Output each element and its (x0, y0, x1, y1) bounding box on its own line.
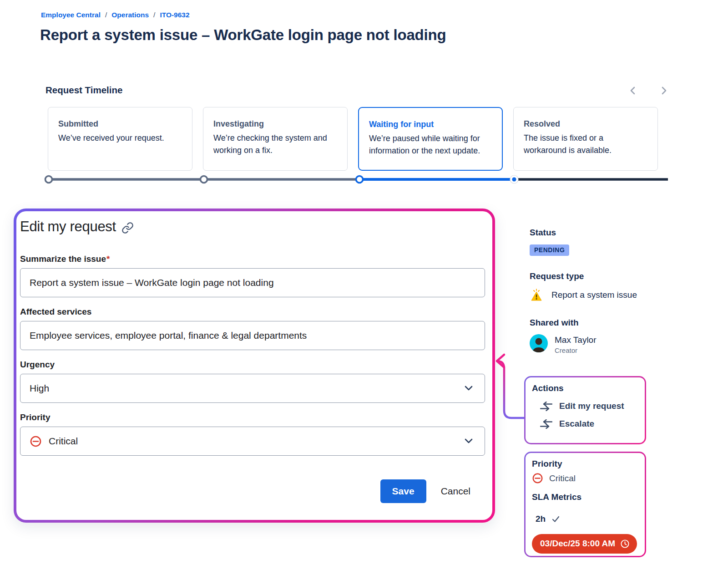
breadcrumb: Employee Central / Operations / ITO-9632 (41, 11, 190, 19)
breadcrumb-operations[interactable]: Operations (111, 11, 149, 19)
breadcrumb-employee-central[interactable]: Employee Central (41, 11, 101, 19)
summary-label: Summarize the issue* (20, 254, 485, 264)
sla-metrics-heading: SLA Metrics (532, 492, 638, 502)
urgency-label: Urgency (20, 360, 485, 370)
request-type-section: Request type Report a system issue (530, 271, 637, 302)
step-title: Waiting for input (369, 120, 492, 129)
actions-panel: Actions Edit my request Escalat (524, 376, 646, 444)
step-description: The issue is fixed or a workaround is av… (524, 132, 647, 157)
affected-services-label: Affected services (20, 307, 485, 317)
priority-value: Critical (49, 436, 78, 447)
request-portal-page: Employee Central / Operations / ITO-9632… (0, 0, 728, 575)
step-title: Resolved (524, 119, 647, 129)
timeline-heading: Request Timeline (46, 85, 122, 96)
sla-time: 2h (536, 514, 546, 524)
step-description: We’re checking the system and working on… (213, 132, 337, 157)
shared-with-heading: Shared with (530, 318, 597, 328)
swap-arrows-icon (540, 402, 552, 411)
swap-arrows-icon (540, 419, 552, 429)
breadcrumb-ticket-id[interactable]: ITO-9632 (160, 11, 189, 19)
page-title: Report a system issue – WorkGate login p… (40, 26, 446, 44)
timeline-step-submitted: Submitted We’ve received your request. (48, 107, 192, 171)
breadcrumb-separator: / (153, 11, 155, 19)
avatar (530, 334, 548, 352)
action-label: Edit my request (559, 401, 624, 411)
priority-panel: Priority Critical SLA Metrics 2h 03/Dec/ (524, 452, 646, 557)
shared-user-role: Creator (555, 346, 597, 354)
summary-input[interactable] (20, 268, 485, 297)
chevron-right-icon (659, 85, 668, 96)
action-escalate[interactable]: Escalate (540, 419, 638, 429)
priority-select[interactable]: Critical (20, 427, 485, 456)
save-button[interactable]: Save (380, 479, 426, 503)
status-badge: PENDING (530, 244, 569, 256)
step-description: We’re paused while waiting for informati… (369, 132, 492, 157)
status-heading: Status (530, 228, 569, 238)
copy-link-button[interactable] (121, 220, 134, 234)
step-description: We’ve received your request. (58, 132, 182, 144)
affected-services-input[interactable] (20, 321, 485, 350)
chevron-left-icon (628, 85, 637, 96)
edit-request-heading: Edit my request (20, 219, 116, 235)
request-type-heading: Request type (530, 271, 637, 281)
chevron-down-icon (464, 385, 474, 392)
edit-request-panel: Edit my request Summarize the issue* Aff… (14, 209, 495, 523)
timeline-progress-track (0, 173, 728, 187)
step-title: Submitted (58, 119, 182, 129)
timeline-step-waiting-for-input: Waiting for input We’re paused while wai… (358, 107, 503, 171)
shared-user-name: Max Taylor (555, 334, 597, 345)
priority-label: Priority (20, 412, 485, 422)
chevron-down-icon (464, 438, 474, 444)
timeline-step-investigating: Investigating We’re checking the system … (203, 107, 348, 171)
sla-due-badge: 03/Dec/25 8:00 AM (532, 534, 637, 554)
timeline-cards: Submitted We’ve received your request. I… (48, 107, 658, 171)
status-section: Status PENDING (530, 228, 569, 256)
action-label: Escalate (559, 419, 594, 429)
check-icon (551, 515, 560, 523)
warning-icon (530, 288, 543, 302)
urgency-value: High (30, 383, 49, 394)
priority-panel-value: Critical (549, 473, 576, 483)
actions-heading: Actions (532, 383, 638, 393)
urgency-select[interactable]: High (20, 374, 485, 403)
timeline-next-button[interactable] (658, 85, 670, 97)
required-asterisk: * (106, 254, 110, 264)
action-edit-my-request[interactable]: Edit my request (540, 401, 638, 411)
sla-due-text: 03/Dec/25 8:00 AM (540, 539, 615, 549)
shared-with-section: Shared with Max Taylor Creator (530, 318, 597, 354)
minus-circle-icon (30, 435, 42, 448)
cancel-button[interactable]: Cancel (441, 486, 470, 497)
link-icon (121, 222, 134, 234)
request-type-value: Report a system issue (551, 290, 637, 300)
timeline-prev-button[interactable] (627, 85, 639, 97)
step-title: Investigating (213, 119, 337, 129)
timeline-step-resolved: Resolved The issue is fixed or a workaro… (513, 107, 658, 171)
clock-icon (620, 539, 630, 549)
minus-circle-icon (532, 473, 543, 484)
priority-panel-heading: Priority (532, 459, 638, 469)
breadcrumb-separator: / (105, 11, 107, 19)
